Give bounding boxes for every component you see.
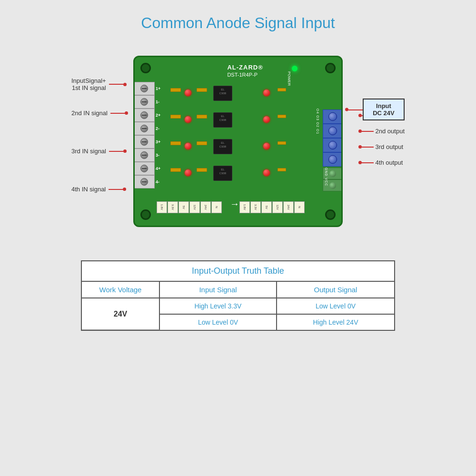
dc-box-line bbox=[348, 109, 363, 110]
screw-2 bbox=[140, 98, 148, 106]
out-screw-2 bbox=[328, 127, 337, 135]
vcell-5: 24V bbox=[200, 201, 211, 213]
led-4 bbox=[185, 169, 191, 176]
th-output-signal: Output Signal bbox=[277, 282, 394, 298]
led-out-2 bbox=[263, 116, 270, 123]
res-r2 bbox=[278, 115, 286, 118]
out2-label: 2nd output bbox=[376, 128, 405, 135]
res-1b bbox=[197, 88, 207, 92]
ann-2nd-label: 2nd IN signal bbox=[71, 109, 108, 117]
led-3 bbox=[185, 143, 191, 149]
out3-dot bbox=[358, 145, 362, 149]
input-dc-line1: Input bbox=[367, 102, 400, 109]
input-dc-line2: DC 24V bbox=[367, 109, 400, 117]
brand-name: AL-ZARD® bbox=[227, 64, 263, 71]
res-r3 bbox=[278, 141, 286, 145]
res-1a bbox=[170, 88, 181, 92]
out-screw-3 bbox=[328, 141, 337, 149]
out3-label: 3rd output bbox=[376, 143, 404, 150]
power-led bbox=[292, 66, 298, 71]
vcell-r5: 24V bbox=[283, 201, 294, 213]
vcell-3: 5V bbox=[178, 201, 189, 213]
terminal-4minus bbox=[133, 175, 155, 188]
res-3a bbox=[170, 141, 181, 145]
terminal-labels: 1+ 1- 2+ 2- 3+ 3- 4+ 4- bbox=[156, 82, 160, 188]
out2-line bbox=[362, 131, 374, 132]
screw-7 bbox=[140, 165, 148, 172]
ann-dot-3 bbox=[123, 149, 127, 153]
voltage-ref-right: 1.8V 3.3V 5V 12V 24V N bbox=[239, 201, 305, 213]
td-output-1: Low Level 0V bbox=[277, 298, 394, 315]
th-work-voltage: Work Voltage bbox=[82, 282, 160, 298]
gnd-screw bbox=[329, 170, 336, 177]
out4-line bbox=[362, 162, 374, 163]
screw-4 bbox=[140, 125, 148, 132]
res-2a bbox=[170, 115, 181, 119]
th-input-signal: Input Signal bbox=[160, 282, 277, 298]
out4-annotation: 4th output bbox=[358, 159, 405, 166]
out4-dot bbox=[358, 161, 362, 164]
power-label: POWER bbox=[287, 71, 291, 86]
ann-dot-4 bbox=[123, 188, 126, 191]
table-title: Input-Output Truth Table bbox=[192, 266, 284, 276]
table-header-row: Work Voltage Input Signal Output Signal bbox=[82, 282, 394, 298]
ic-chip-2: ELC908 bbox=[213, 112, 232, 128]
out4-label: 4th output bbox=[376, 159, 403, 166]
ann-line-3 bbox=[109, 151, 123, 152]
out-screw-1 bbox=[328, 112, 337, 121]
terminal-1minus bbox=[133, 95, 155, 109]
mount-hole-bl bbox=[140, 209, 151, 220]
vcell-r4: 12V bbox=[272, 201, 283, 213]
mount-hole-tr bbox=[325, 63, 336, 73]
td-input-2: Low Level 0V bbox=[160, 315, 277, 330]
board-diagram: InputSignal+ 1st IN signal 2nd IN signal… bbox=[71, 46, 405, 246]
res-2b bbox=[197, 115, 207, 119]
tlabel-4p: 4+ bbox=[156, 162, 160, 175]
ann-2nd-signal: 2nd IN signal bbox=[71, 109, 128, 117]
table-title-row: Input-Output Truth Table bbox=[82, 261, 394, 282]
terminal-1plus bbox=[133, 82, 155, 95]
ann-dot-1 bbox=[123, 83, 127, 86]
screw-6 bbox=[140, 151, 148, 159]
output-pcb-label: O4 O3 O2 O1 bbox=[316, 109, 319, 134]
ann-1st-in-label: 1st IN signal bbox=[71, 84, 106, 91]
screw-3 bbox=[140, 111, 148, 119]
ic-chip-1: ELC908 bbox=[213, 86, 232, 101]
tlabel-3p: 3+ bbox=[156, 135, 160, 149]
led-2 bbox=[185, 116, 191, 123]
truth-table: Input-Output Truth Table Work Voltage In… bbox=[81, 260, 395, 331]
tlabel-2m: 2- bbox=[156, 122, 160, 135]
ann-4th-label: 4th IN signal bbox=[71, 186, 106, 193]
pcb-board: AL-ZARD® DST-1R4P-P POWER bbox=[133, 56, 343, 227]
led-out-1 bbox=[263, 89, 270, 96]
vcc-screw bbox=[329, 182, 336, 189]
ann-line-1 bbox=[109, 84, 123, 85]
ann-input-signal: InputSignal+ 1st IN signal bbox=[71, 77, 127, 91]
led-1 bbox=[185, 89, 191, 96]
ann-dot-2 bbox=[125, 111, 128, 115]
vcell-r6: N bbox=[294, 201, 305, 213]
out2-annotation: 2nd output bbox=[358, 128, 405, 135]
td-input-1: High Level 3.3V bbox=[160, 298, 277, 315]
terminal-4plus bbox=[133, 162, 155, 175]
vcell-r3: 5V bbox=[261, 201, 272, 213]
out-screw-4 bbox=[328, 155, 337, 164]
tlabel-3m: 3- bbox=[156, 149, 160, 162]
screw-5 bbox=[140, 138, 148, 146]
res-r4 bbox=[278, 168, 286, 171]
res-3b bbox=[197, 141, 207, 145]
out-terminal-3 bbox=[323, 138, 343, 152]
vcell-r2: 3.3V bbox=[250, 201, 261, 213]
tlabel-1p: 1+ bbox=[156, 82, 160, 95]
vcell-4: 12V bbox=[189, 201, 200, 213]
td-output-2: High Level 24V bbox=[277, 315, 394, 330]
page-title: Common Anode Signal Input bbox=[141, 14, 335, 32]
model-name: DST-1R4P-P bbox=[227, 72, 263, 78]
tlabel-2p: 2+ bbox=[156, 109, 160, 122]
out-terminal-4 bbox=[323, 152, 343, 167]
terminal-3minus bbox=[133, 149, 155, 162]
vcell-1: 1.8V bbox=[157, 201, 167, 213]
screw-1 bbox=[140, 85, 148, 92]
table-body: 24V High Level 3.3V Low Level 0V Low Lev… bbox=[82, 298, 394, 330]
out3-line bbox=[362, 147, 374, 148]
